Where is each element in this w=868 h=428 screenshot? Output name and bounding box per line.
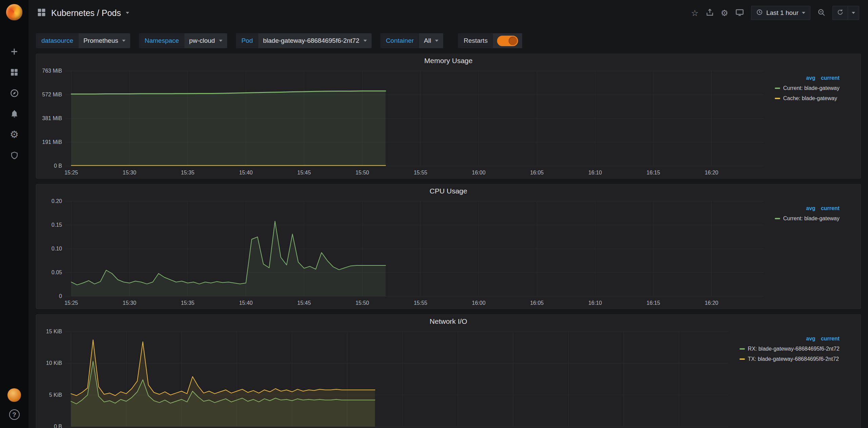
sidebar-item-explore[interactable]	[9, 88, 19, 98]
variable-label: Container	[380, 33, 419, 48]
gear-icon: ⚙	[10, 130, 19, 139]
settings-button[interactable]: ⚙	[721, 9, 728, 17]
datasource-select[interactable]: Prometheus	[79, 33, 130, 48]
cycle-view-button[interactable]	[735, 8, 744, 18]
sidebar-item-dashboards[interactable]	[9, 68, 19, 77]
panel-title[interactable]: Network I/O	[36, 315, 861, 328]
panel-title[interactable]: CPU Usage	[36, 184, 861, 198]
legend-sort-current[interactable]: current	[821, 336, 840, 342]
grafana-logo-icon[interactable]	[6, 4, 22, 20]
svg-text:0.05: 0.05	[52, 269, 62, 275]
star-button[interactable]: ☆	[691, 9, 698, 17]
time-picker-button[interactable]: Last 1 hour	[751, 6, 810, 20]
svg-text:15:50: 15:50	[355, 170, 369, 175]
sidebar-item-server-admin[interactable]	[9, 150, 19, 160]
legend-sort-avg[interactable]: avg	[806, 75, 815, 81]
share-icon	[706, 8, 714, 18]
panel-cpu-usage: CPU Usage 00.050.100.150.2015:2515:3015:…	[36, 184, 861, 309]
bell-icon	[10, 110, 19, 118]
legend-item[interactable]: RX: blade-gateway-68684695f6-2nt72	[739, 346, 840, 352]
series-swatch	[775, 88, 780, 89]
help-icon[interactable]: ?	[9, 409, 20, 420]
dashboards-icon	[10, 68, 19, 77]
zoom-out-icon	[817, 8, 826, 18]
svg-text:15:50: 15:50	[355, 300, 369, 306]
svg-text:0.20: 0.20	[52, 198, 62, 204]
svg-text:572 MiB: 572 MiB	[42, 92, 62, 97]
user-avatar[interactable]	[7, 388, 21, 402]
container-select[interactable]: All	[419, 33, 443, 48]
legend-item[interactable]: TX: blade-gateway-68684695f6-2nt72	[739, 356, 840, 362]
header-actions: ☆ ⚙ Last 1 hour	[691, 6, 859, 20]
gear-icon: ⚙	[721, 9, 728, 17]
sidebar: ⚙ ?	[0, 0, 28, 428]
shield-icon	[10, 151, 19, 160]
legend-item[interactable]: Current: blade-gateway	[775, 216, 840, 222]
clock-icon	[756, 9, 763, 17]
dashboard-title[interactable]: Kubernetes / Pods	[51, 8, 121, 18]
svg-text:16:10: 16:10	[588, 170, 602, 175]
svg-text:16:20: 16:20	[705, 300, 718, 306]
dashboard-title-group[interactable]: Kubernetes / Pods	[37, 7, 129, 19]
svg-text:15:40: 15:40	[239, 170, 253, 175]
legend-item[interactable]: Current: blade-gateway	[775, 85, 840, 91]
chevron-down-icon	[122, 40, 125, 42]
variable-container: Container All	[380, 33, 443, 48]
chevron-down-icon	[435, 40, 438, 42]
network-io-chart[interactable]: 0 B5 KiB10 KiB15 KiB15:2515:3015:3515:40…	[38, 328, 734, 428]
legend-sort-links: avg current	[775, 75, 840, 81]
series-swatch	[775, 218, 780, 219]
sidebar-item-alerting[interactable]	[9, 109, 19, 118]
variable-restarts: Restarts	[458, 33, 522, 48]
sidebar-item-configuration[interactable]: ⚙	[9, 130, 19, 139]
cpu-usage-chart[interactable]: 00.050.100.150.2015:2515:3015:3515:4015:…	[38, 198, 769, 309]
svg-text:16:15: 16:15	[647, 300, 660, 306]
svg-text:15:40: 15:40	[239, 300, 253, 306]
legend-item[interactable]: Cache: blade-gateway	[775, 95, 840, 101]
panel-memory-usage: Memory Usage 0 B191 MiB381 MiB572 MiB763…	[36, 54, 861, 179]
cpu-legend: avg current Current: blade-gateway	[769, 198, 859, 309]
refresh-button[interactable]	[833, 6, 848, 20]
svg-text:16:15: 16:15	[647, 170, 660, 175]
series-swatch	[775, 98, 780, 99]
time-range-label: Last 1 hour	[766, 9, 798, 17]
svg-text:16:00: 16:00	[472, 170, 486, 175]
legend-sort-avg[interactable]: avg	[806, 336, 815, 342]
panel-title[interactable]: Memory Usage	[36, 54, 861, 68]
svg-text:15:30: 15:30	[123, 170, 136, 175]
tv-icon	[735, 8, 744, 18]
variable-label: Pod	[236, 33, 258, 48]
pod-value: blade-gateway-68684695f6-2nt72	[263, 37, 359, 44]
chevron-down-icon	[802, 12, 805, 14]
sidebar-item-create[interactable]	[9, 47, 19, 56]
share-button[interactable]	[706, 8, 714, 18]
svg-text:16:00: 16:00	[472, 300, 486, 306]
svg-text:15:35: 15:35	[181, 170, 194, 175]
legend-sort-avg[interactable]: avg	[806, 205, 815, 211]
plus-icon	[10, 47, 19, 56]
network-legend: avg current RX: blade-gateway-68684695f6…	[734, 328, 859, 428]
legend-sort-links: avg current	[775, 205, 840, 211]
chevron-down-icon	[363, 40, 367, 42]
zoom-out-button[interactable]	[817, 8, 826, 18]
legend-sort-current[interactable]: current	[821, 205, 840, 211]
svg-text:10 KiB: 10 KiB	[46, 360, 62, 366]
series-swatch	[739, 348, 745, 350]
series-label: RX: blade-gateway-68684695f6-2nt72	[748, 346, 840, 352]
svg-text:15:35: 15:35	[181, 300, 194, 306]
legend-sort-links: avg current	[739, 336, 840, 342]
variables-bar: datasource Prometheus Namespace pw-cloud…	[28, 26, 868, 48]
pod-select[interactable]: blade-gateway-68684695f6-2nt72	[258, 33, 372, 48]
memory-usage-chart[interactable]: 0 B191 MiB381 MiB572 MiB763 MiB15:2515:3…	[38, 68, 769, 178]
refresh-button-group	[832, 6, 859, 20]
sidebar-nav: ⚙	[9, 47, 19, 160]
svg-text:16:20: 16:20	[705, 170, 718, 175]
legend-sort-current[interactable]: current	[821, 75, 840, 81]
dashboard-panels: Memory Usage 0 B191 MiB381 MiB572 MiB763…	[28, 48, 868, 428]
refresh-interval-button[interactable]	[848, 6, 859, 20]
svg-text:0: 0	[59, 293, 62, 299]
restarts-toggle[interactable]	[497, 36, 518, 46]
namespace-select[interactable]: pw-cloud	[184, 33, 227, 48]
series-label: Cache: blade-gateway	[783, 95, 837, 101]
svg-text:15:55: 15:55	[414, 170, 427, 175]
